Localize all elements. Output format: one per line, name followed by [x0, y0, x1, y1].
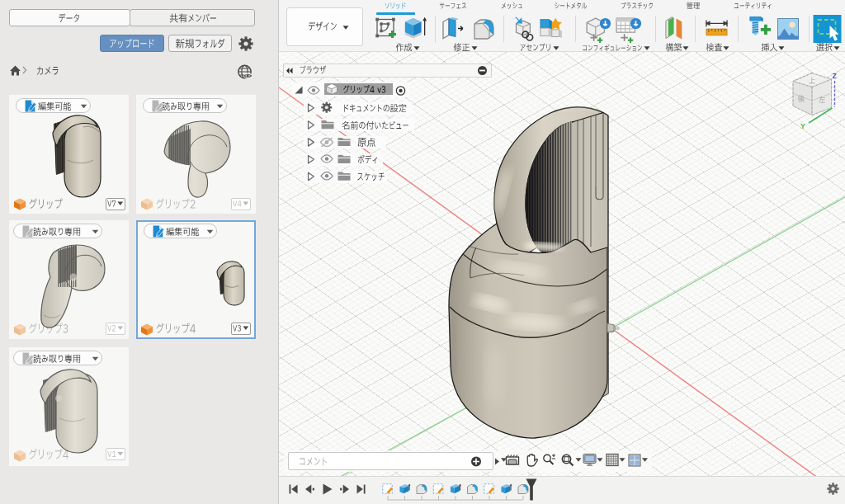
- svg-text:Y: Y: [800, 122, 805, 130]
- svg-text:Z: Z: [833, 72, 837, 80]
